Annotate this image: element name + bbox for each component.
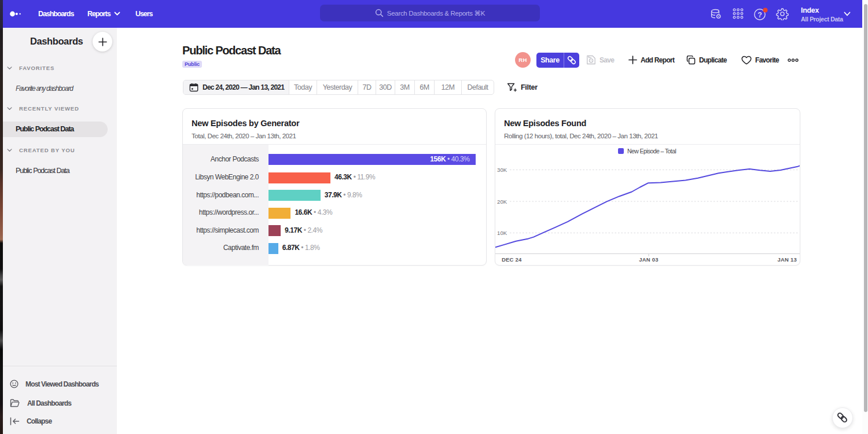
svg-text:10K: 10K <box>497 230 507 236</box>
svg-text:JAN 13: JAN 13 <box>778 256 797 263</box>
svg-text:JAN 03: JAN 03 <box>639 256 658 263</box>
svg-text:?: ? <box>757 11 762 19</box>
svg-text:30K: 30K <box>497 167 507 173</box>
svg-text:20K: 20K <box>497 198 507 205</box>
svg-text:DEC 24: DEC 24 <box>502 256 522 263</box>
